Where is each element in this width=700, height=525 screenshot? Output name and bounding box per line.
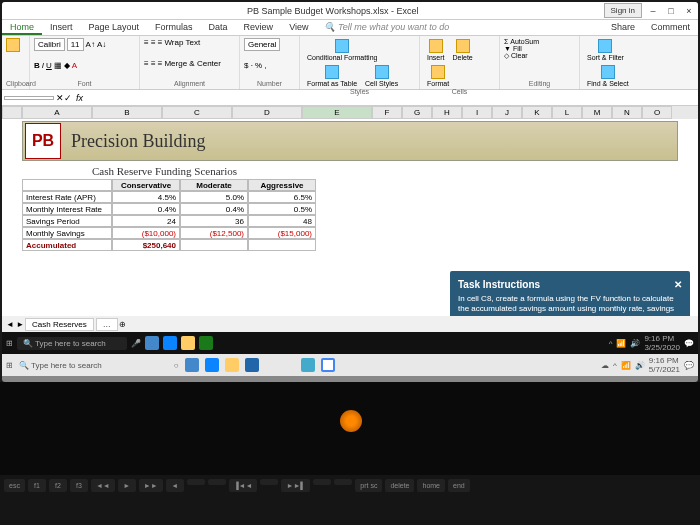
decrease-font-icon[interactable]: A↓ — [97, 40, 106, 49]
format-as-table[interactable]: Format as Table — [304, 64, 360, 88]
number-format[interactable]: General — [244, 38, 280, 51]
title-bar: PB Sample Budget Workshops.xlsx - Excel … — [2, 2, 698, 20]
paste-icon[interactable] — [6, 38, 20, 52]
fontsize-select[interactable]: 11 — [67, 38, 84, 51]
wifi-icon[interactable]: 📶 — [616, 339, 626, 348]
underline-button[interactable]: U — [46, 61, 52, 70]
company-banner: PB Precision Building — [22, 121, 678, 161]
share-button[interactable]: Share — [603, 20, 643, 35]
volume-icon[interactable]: 🔊 — [630, 339, 640, 348]
notification-icon[interactable]: 💬 — [684, 361, 694, 370]
company-name: Precision Building — [71, 131, 206, 152]
tab-review[interactable]: Review — [236, 20, 282, 35]
notification-icon[interactable]: 💬 — [684, 339, 694, 348]
font-select[interactable]: Calibri — [34, 38, 65, 51]
tray-up-icon[interactable]: ^ — [613, 361, 617, 370]
tab-home[interactable]: Home — [2, 20, 42, 35]
enter-icon[interactable]: ✓ — [64, 93, 72, 103]
start-icon[interactable]: ⊞ — [6, 339, 13, 348]
taskview-icon[interactable] — [145, 336, 159, 350]
clock[interactable]: 9:16 PM5/7/2021 — [649, 356, 680, 374]
sheet-tab[interactable]: Cash Reserves — [25, 318, 94, 331]
column-headers: ABCD EFG HIJ KLM NO — [2, 106, 698, 119]
maximize-button[interactable]: □ — [662, 6, 680, 16]
minimize-button[interactable]: – — [644, 6, 662, 16]
cell-styles[interactable]: Cell Styles — [362, 64, 401, 88]
chrome-icon[interactable] — [321, 358, 335, 372]
sheet-nav[interactable]: ◄ ► — [6, 320, 24, 329]
search-input[interactable]: 🔍 Type here to search — [19, 361, 102, 370]
cancel-icon[interactable]: ✕ — [56, 93, 64, 103]
comment-button[interactable]: Comment — [643, 20, 698, 35]
store-icon[interactable] — [245, 358, 259, 372]
edge-icon[interactable] — [205, 358, 219, 372]
section-title: Cash Reserve Funding Scenarios — [92, 165, 698, 177]
format-cells[interactable]: Format — [424, 64, 452, 88]
wifi-icon[interactable]: 📶 — [621, 361, 631, 370]
start-icon[interactable]: ⊞ — [6, 361, 13, 370]
edge-icon[interactable] — [163, 336, 177, 350]
sheet-tabs: ◄ ► Cash Reserves … ⊕ — [2, 316, 698, 332]
app-icon[interactable] — [301, 358, 315, 372]
scenarios-table[interactable]: Conservative Moderate Aggressive Interes… — [22, 179, 698, 251]
explorer-icon[interactable] — [181, 336, 195, 350]
conditional-formatting[interactable]: Conditional Formatting — [304, 38, 380, 62]
bold-button[interactable]: B — [34, 61, 40, 70]
delete-cells[interactable]: Delete — [450, 38, 476, 62]
merge-center[interactable]: Merge & Center — [164, 59, 220, 68]
task-title: Task Instructions — [458, 279, 540, 290]
task-instructions-panel: Task Instructions✕ In cell C8, create a … — [450, 271, 690, 316]
find-select[interactable]: Find & Select — [584, 64, 632, 88]
fill[interactable]: ▼ Fill — [504, 45, 575, 52]
insert-cells[interactable]: Insert — [424, 38, 448, 62]
company-logo: PB — [25, 123, 61, 159]
keyboard: escf1f2 f3◄◄► ►►◄ ▐◄◄ ►►▌ prt scdeleteho… — [0, 475, 700, 525]
search-input: 🔍 Type here to search — [17, 337, 127, 350]
number-buttons[interactable]: $ · % , — [244, 61, 295, 70]
tab-formulas[interactable]: Formulas — [147, 20, 201, 35]
tab-data[interactable]: Data — [201, 20, 236, 35]
close-button[interactable]: × — [680, 6, 698, 16]
window-title: PB Sample Budget Workshops.xlsx - Excel — [62, 6, 604, 16]
new-sheet-icon[interactable]: ⊕ — [119, 320, 126, 329]
volume-icon[interactable]: 🔊 — [635, 361, 645, 370]
ribbon-tabs: Home Insert Page Layout Formulas Data Re… — [2, 20, 698, 36]
signin-button[interactable]: Sign in — [604, 3, 642, 18]
mic-icon[interactable]: 🎤 — [131, 339, 141, 348]
tell-me[interactable]: 🔍 Tell me what you want to do — [316, 20, 457, 35]
sort-filter[interactable]: Sort & Filter — [584, 38, 627, 62]
task-body: In cell C8, create a formula using the F… — [458, 294, 682, 316]
name-box[interactable] — [4, 96, 54, 100]
inner-taskbar: ⊞ 🔍 Type here to search 🎤 ^ 📶 🔊 9:16 PM3… — [2, 332, 698, 354]
onedrive-icon[interactable]: ☁ — [601, 361, 609, 370]
fx-icon[interactable]: fx — [72, 93, 87, 103]
explorer-icon[interactable] — [225, 358, 239, 372]
border-icon[interactable]: ▦ — [54, 61, 62, 70]
italic-button[interactable]: I — [42, 61, 44, 70]
increase-font-icon[interactable]: A↑ — [86, 40, 95, 49]
tray-up-icon[interactable]: ^ — [609, 339, 613, 348]
ribbon: Clipboard Calibri 11 A↑ A↓ B I U ▦ ◆ A F… — [2, 36, 698, 90]
autosum[interactable]: Σ AutoSum — [504, 38, 575, 45]
worksheet[interactable]: ABCD EFG HIJ KLM NO PB Precision Buildin… — [2, 106, 698, 316]
sheet-tab-more[interactable]: … — [96, 318, 118, 331]
outer-taskbar: ⊞ 🔍 Type here to search ○ ☁ ^ 📶 🔊 9:16 P… — [2, 354, 698, 376]
laptop-sticker — [340, 410, 362, 432]
taskview-icon[interactable] — [185, 358, 199, 372]
wrap-text[interactable]: Wrap Text — [164, 38, 200, 47]
excel-icon[interactable] — [199, 336, 213, 350]
clear[interactable]: ◇ Clear — [504, 52, 575, 60]
fill-color-icon[interactable]: ◆ — [64, 61, 70, 70]
tab-pagelayout[interactable]: Page Layout — [81, 20, 148, 35]
tab-insert[interactable]: Insert — [42, 20, 81, 35]
font-color-icon[interactable]: A — [72, 61, 77, 70]
clock[interactable]: 9:16 PM3/25/2020 — [644, 334, 680, 352]
tab-view[interactable]: View — [281, 20, 316, 35]
task-close-icon[interactable]: ✕ — [674, 279, 682, 290]
cortana-icon[interactable]: ○ — [174, 361, 179, 370]
